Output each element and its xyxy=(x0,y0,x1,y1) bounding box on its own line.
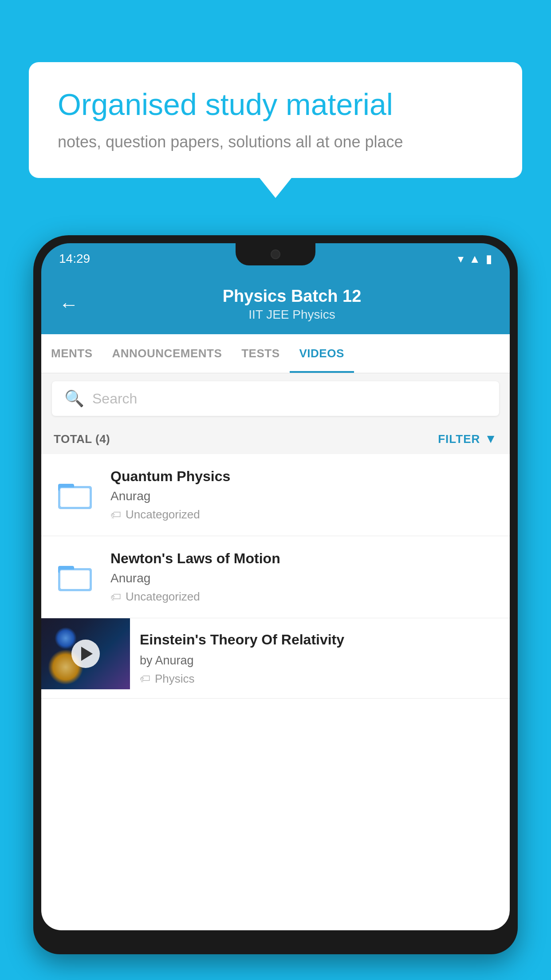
play-triangle-icon xyxy=(81,647,93,661)
video-item-1[interactable]: Quantum Physics Anurag 🏷 Uncategorized xyxy=(41,454,510,536)
video-item-2-tag: 🏷 Uncategorized xyxy=(110,590,497,604)
video-item-3-tag: 🏷 Physics xyxy=(140,672,500,686)
folder-icon-2 xyxy=(58,559,94,595)
tag-icon-3: 🏷 xyxy=(140,672,150,685)
speech-bubble-card: Organised study material notes, question… xyxy=(29,62,522,178)
status-bar: 14:29 ▾ ▲ ▮ xyxy=(41,243,510,274)
play-button[interactable] xyxy=(71,640,100,668)
app-header: ← Physics Batch 12 IIT JEE Physics xyxy=(41,274,510,334)
search-box[interactable]: 🔍 Search xyxy=(52,381,499,416)
filter-funnel-icon: ▼ xyxy=(484,432,497,446)
filter-label: FILTER xyxy=(438,432,480,446)
svg-rect-2 xyxy=(60,488,90,507)
phone-outer-frame: 14:29 ▾ ▲ ▮ ← Physics Batch 12 IIT JEE P… xyxy=(33,235,518,954)
back-button[interactable]: ← xyxy=(59,293,79,316)
video-item-3-author: by Anurag xyxy=(140,654,500,668)
total-count: TOTAL (4) xyxy=(54,432,110,446)
video-item-1-thumbnail xyxy=(54,473,98,517)
video-item-1-author: Anurag xyxy=(110,489,497,503)
status-time: 14:29 xyxy=(59,252,90,266)
signal-icon: ▲ xyxy=(469,252,480,266)
video-item-3-tag-text: Physics xyxy=(155,672,195,686)
video-item-2-thumbnail xyxy=(54,555,98,599)
video-item-1-info: Quantum Physics Anurag 🏷 Uncategorized xyxy=(110,468,497,522)
video-item-3-info: Einstein's Theory Of Relativity by Anura… xyxy=(130,618,510,698)
battery-icon: ▮ xyxy=(486,252,492,266)
video-item-2[interactable]: Newton's Laws of Motion Anurag 🏷 Uncateg… xyxy=(41,536,510,618)
filter-button[interactable]: FILTER ▼ xyxy=(438,432,497,446)
tabs-bar: MENTS ANNOUNCEMENTS TESTS VIDEOS xyxy=(41,334,510,373)
video-item-2-info: Newton's Laws of Motion Anurag 🏷 Uncateg… xyxy=(110,550,497,604)
video-item-3-title: Einstein's Theory Of Relativity xyxy=(140,631,500,649)
video-item-2-author: Anurag xyxy=(110,571,497,585)
svg-rect-5 xyxy=(60,570,90,589)
search-container: 🔍 Search xyxy=(41,373,510,424)
tab-tests[interactable]: TESTS xyxy=(232,334,289,373)
bubble-title: Organised study material xyxy=(58,87,493,123)
tag-icon-2: 🏷 xyxy=(110,591,121,603)
video-item-1-tag: 🏷 Uncategorized xyxy=(110,508,497,522)
filter-bar: TOTAL (4) FILTER ▼ xyxy=(41,424,510,454)
search-icon: 🔍 xyxy=(64,389,84,408)
phone-screen: ← Physics Batch 12 IIT JEE Physics MENTS… xyxy=(41,274,510,930)
speech-bubble-section: Organised study material notes, question… xyxy=(29,62,522,178)
header-title: Physics Batch 12 xyxy=(92,287,492,306)
tag-icon-1: 🏷 xyxy=(110,509,121,521)
tab-announcements[interactable]: ANNOUNCEMENTS xyxy=(102,334,232,373)
video-item-1-tag-text: Uncategorized xyxy=(126,508,200,522)
video-item-3[interactable]: Einstein's Theory Of Relativity by Anura… xyxy=(41,618,510,699)
wifi-icon: ▾ xyxy=(458,252,464,266)
tab-videos[interactable]: VIDEOS xyxy=(290,334,354,373)
search-placeholder: Search xyxy=(92,391,137,407)
bubble-subtitle: notes, question papers, solutions all at… xyxy=(58,133,493,151)
phone-notch xyxy=(236,243,315,265)
video-item-2-title: Newton's Laws of Motion xyxy=(110,550,497,567)
header-title-section: Physics Batch 12 IIT JEE Physics xyxy=(92,287,492,322)
tab-ments[interactable]: MENTS xyxy=(41,334,102,373)
phone-mockup: 14:29 ▾ ▲ ▮ ← Physics Batch 12 IIT JEE P… xyxy=(33,235,518,980)
folder-icon-1 xyxy=(58,477,94,513)
video-item-1-title: Quantum Physics xyxy=(110,468,497,485)
video-list: Quantum Physics Anurag 🏷 Uncategorized xyxy=(41,454,510,699)
header-subtitle: IIT JEE Physics xyxy=(92,308,492,322)
video-item-2-tag-text: Uncategorized xyxy=(126,590,200,604)
camera-dot xyxy=(271,249,280,259)
status-icons: ▾ ▲ ▮ xyxy=(458,252,492,266)
einstein-thumbnail xyxy=(41,618,130,689)
